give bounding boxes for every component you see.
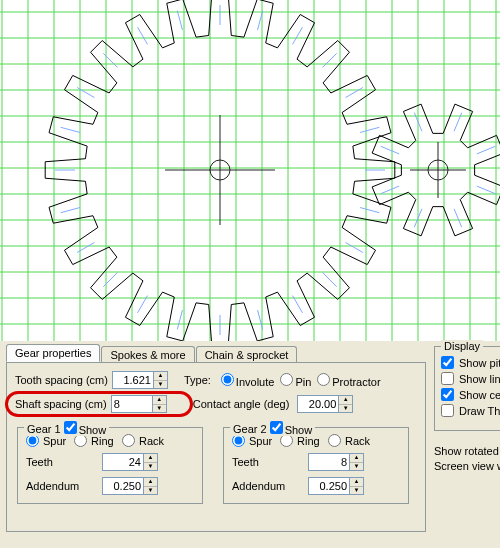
- gear2-addendum-input[interactable]: [308, 477, 350, 495]
- display-legend: Display: [441, 340, 483, 352]
- type-label: Type:: [184, 374, 211, 386]
- gear-svg: [0, 0, 500, 341]
- spin-up-icon[interactable]: ▲: [350, 478, 363, 487]
- gear1-show-label: Show: [79, 424, 107, 436]
- gear1-ring-label: Ring: [91, 435, 114, 447]
- gear1-show-checkbox[interactable]: Show: [64, 421, 107, 436]
- show-center-checkbox[interactable]: Show center: [441, 388, 500, 401]
- spin-down-icon[interactable]: ▼: [144, 487, 157, 495]
- gear1-group: Gear 1 Show Spur Ring Rack Teeth ▲ ▼: [17, 427, 203, 504]
- tooth-spacing-spinner[interactable]: ▲ ▼: [154, 371, 168, 389]
- svg-line-65: [454, 209, 462, 227]
- spin-up-icon[interactable]: ▲: [153, 396, 166, 405]
- type-pin-radio[interactable]: Pin: [280, 373, 311, 388]
- display-panel: Display Show pitch d Show line of c Show…: [434, 346, 500, 475]
- type-protractor-radio[interactable]: Protractor: [317, 373, 380, 388]
- svg-line-37: [346, 88, 363, 98]
- svg-line-60: [381, 146, 399, 154]
- gear2-teeth-label: Teeth: [232, 456, 304, 468]
- gear2-teeth-spinner[interactable]: ▲ ▼: [350, 453, 364, 471]
- tooth-spacing-input[interactable]: [112, 371, 154, 389]
- svg-line-56: [177, 11, 182, 30]
- svg-line-63: [477, 146, 495, 154]
- shaft-spacing-spinner[interactable]: ▲ ▼: [153, 395, 167, 413]
- gear2-legend: Gear 2: [233, 423, 267, 435]
- gear1-rack-label: Rack: [139, 435, 164, 447]
- type-involute-label: Involute: [236, 376, 275, 388]
- gear1-teeth-input[interactable]: [102, 453, 144, 471]
- gear2-ring-label: Ring: [297, 435, 320, 447]
- spin-up-icon[interactable]: ▲: [350, 454, 363, 463]
- gear2-show-label: Show: [285, 424, 313, 436]
- gear2-rack-radio[interactable]: Rack: [328, 434, 372, 447]
- gear2-addendum-label: Addendum: [232, 480, 304, 492]
- spin-down-icon[interactable]: ▼: [350, 463, 363, 471]
- svg-line-55: [138, 27, 148, 44]
- svg-line-46: [177, 310, 182, 329]
- show-center-label: Show center: [459, 389, 500, 401]
- spin-up-icon[interactable]: ▲: [144, 478, 157, 487]
- svg-line-52: [61, 127, 80, 132]
- gear-2: [372, 104, 500, 236]
- spin-down-icon[interactable]: ▼: [154, 381, 167, 389]
- svg-line-64: [477, 186, 495, 194]
- show-rotated-label: Show rotated (% o: [434, 445, 500, 457]
- gear2-teeth-input[interactable]: [308, 453, 350, 471]
- screen-view-width-label: Screen view width: [434, 460, 500, 472]
- show-line-label: Show line of c: [459, 373, 500, 385]
- gear1-addendum-spinner[interactable]: ▲ ▼: [144, 477, 158, 495]
- show-pitch-checkbox[interactable]: Show pitch d: [441, 356, 500, 369]
- spin-up-icon[interactable]: ▲: [144, 454, 157, 463]
- draw-thicker-label: Draw Thicker: [459, 405, 500, 417]
- tab-chain-sprocket[interactable]: Chain & sprocket: [196, 346, 298, 363]
- svg-line-42: [323, 273, 337, 287]
- gear1-teeth-label: Teeth: [26, 456, 98, 468]
- gear1-addendum-input[interactable]: [102, 477, 144, 495]
- type-pin-label: Pin: [295, 376, 311, 388]
- gear1-legend: Gear 1: [27, 423, 61, 435]
- gear2-show-checkbox[interactable]: Show: [270, 421, 313, 436]
- svg-line-54: [103, 53, 117, 67]
- gear1-addendum-label: Addendum: [26, 480, 98, 492]
- gear2-spur-label: Spur: [249, 435, 272, 447]
- gear-canvas: [0, 0, 500, 341]
- gear1-spur-label: Spur: [43, 435, 66, 447]
- svg-line-38: [360, 127, 379, 132]
- spin-down-icon[interactable]: ▼: [144, 463, 157, 471]
- gear1-teeth-spinner[interactable]: ▲ ▼: [144, 453, 158, 471]
- svg-line-36: [323, 53, 337, 67]
- tab-gear-properties[interactable]: Gear properties: [6, 344, 100, 362]
- spin-up-icon[interactable]: ▲: [154, 372, 167, 381]
- gear-1: [45, 0, 395, 341]
- svg-line-62: [454, 113, 462, 131]
- draw-thicker-checkbox[interactable]: Draw Thicker: [441, 404, 500, 417]
- tooth-spacing-label: Tooth spacing (cm): [15, 374, 108, 386]
- spin-up-icon[interactable]: ▲: [339, 396, 352, 405]
- tab-body-gear-properties: Tooth spacing (cm) ▲ ▼ Type: Involute Pi…: [6, 362, 426, 532]
- contact-angle-spinner[interactable]: ▲ ▼: [339, 395, 353, 413]
- gear1-rack-radio[interactable]: Rack: [122, 434, 166, 447]
- type-involute-radio[interactable]: Involute: [221, 373, 275, 388]
- gear2-group: Gear 2 Show Spur Ring Rack Teeth ▲ ▼: [223, 427, 409, 504]
- svg-line-67: [381, 186, 399, 194]
- spin-down-icon[interactable]: ▼: [153, 405, 166, 413]
- shaft-spacing-label: Shaft spacing (cm): [15, 398, 107, 410]
- gear2-rack-label: Rack: [345, 435, 370, 447]
- contact-angle-label: Contact angle (deg): [193, 398, 290, 410]
- svg-line-41: [346, 243, 363, 253]
- contact-angle-input[interactable]: [297, 395, 339, 413]
- svg-line-50: [61, 208, 80, 213]
- tab-spokes-more[interactable]: Spokes & more: [101, 346, 194, 363]
- properties-tabs: Gear properties Spokes & more Chain & sp…: [6, 344, 426, 532]
- show-pitch-label: Show pitch d: [459, 357, 500, 369]
- gear2-addendum-spinner[interactable]: ▲ ▼: [350, 477, 364, 495]
- svg-line-35: [293, 27, 303, 44]
- spin-down-icon[interactable]: ▼: [350, 487, 363, 495]
- svg-line-40: [360, 208, 379, 213]
- type-protractor-label: Protractor: [332, 376, 380, 388]
- shaft-spacing-input[interactable]: [111, 395, 153, 413]
- svg-line-48: [103, 273, 117, 287]
- show-line-checkbox[interactable]: Show line of c: [441, 372, 500, 385]
- spin-down-icon[interactable]: ▼: [339, 405, 352, 413]
